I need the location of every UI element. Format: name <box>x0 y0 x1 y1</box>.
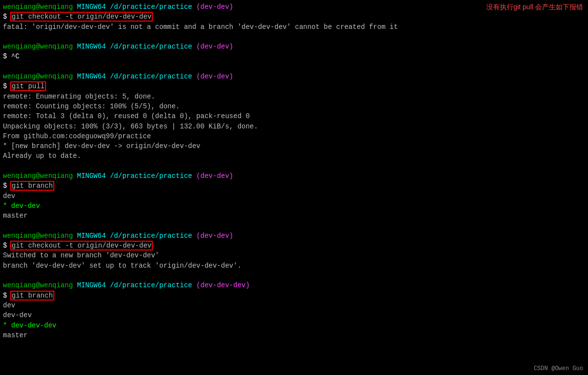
blank-4 <box>3 221 585 231</box>
output-unpacking: Unpacking objects: 100% (3/3), 663 bytes… <box>3 122 585 131</box>
footer: CSDN @Owen Guo <box>534 365 583 372</box>
terminal: wenqiang@wenqiang MINGW64 /d/practice/pr… <box>0 0 588 342</box>
output-remote-2: remote: Counting objects: 100% (5/5), do… <box>3 101 585 111</box>
branch2-master: master <box>3 330 585 340</box>
blank-3 <box>3 161 585 171</box>
prompt-line-5: wenqiang@wenqiang MINGW64 /d/practice/pr… <box>3 231 585 241</box>
cmd-line-1: $ git checkout -t origin/dev-dev-dev <box>3 12 585 22</box>
cmd-checkout-2: $ git checkout -t origin/dev-dev-dev <box>3 241 585 250</box>
prompt-mingw: MINGW64 <box>77 3 106 11</box>
blank-5 <box>3 271 585 280</box>
cmd-branch-2: git branch <box>11 292 53 300</box>
annotation-text: 没有执行git pull 会产生如下报错 <box>486 2 583 12</box>
output-remote-1: remote: Enumerating objects: 5, done. <box>3 92 585 101</box>
cmd-git-pull: $ git pull <box>3 81 585 91</box>
prompt-line-3: wenqiang@wenqiang MINGW64 /d/practice/pr… <box>3 72 585 81</box>
cmd-checkout-2-text: git checkout -t origin/dev-dev-dev <box>11 242 152 250</box>
cmd-git-branch-2: $ git branch <box>3 291 585 300</box>
branch2-dev-dev: dev-dev <box>3 310 585 320</box>
cmd-branch-1: git branch <box>11 182 53 190</box>
cmd-pull: git pull <box>11 82 45 90</box>
prompt-line-2: wenqiang@wenqiang MINGW64 /d/practice/pr… <box>3 42 585 51</box>
branch2-dev-dev-dev-current: * dev-dev-dev <box>3 321 585 330</box>
cmd-ctrlc: $ ^C <box>3 51 585 61</box>
output-from: From github.com:codeguowq99/practice <box>3 131 585 141</box>
branch2-dev: dev <box>3 300 585 310</box>
cmd-git-branch-1: $ git branch <box>3 181 585 191</box>
output-branch-track: branch 'dev-dev-dev' set up to track 'or… <box>3 261 585 271</box>
output-new-branch: * [new branch] dev-dev-dev -> origin/dev… <box>3 141 585 151</box>
output-up-to-date: Already up to date. <box>3 151 585 161</box>
branch-dev: dev <box>3 191 585 201</box>
blank-2 <box>3 62 585 72</box>
output-switched: Switched to a new branch 'dev-dev-dev' <box>3 250 585 260</box>
cmd-checkout-1: git checkout -t origin/dev-dev-dev <box>11 13 152 21</box>
prompt-line-4: wenqiang@wenqiang MINGW64 /d/practice/pr… <box>3 171 585 181</box>
output-remote-3: remote: Total 3 (delta 0), reused 0 (del… <box>3 111 585 121</box>
branch-dev-dev-current: * dev-dev <box>3 201 585 211</box>
prompt-user: wenqiang@wenqiang <box>3 3 73 11</box>
prompt-branch: (dev-dev) <box>196 3 234 11</box>
branch-master: master <box>3 211 585 221</box>
prompt-line-6: wenqiang@wenqiang MINGW64 /d/practice/pr… <box>3 280 585 290</box>
blank-1 <box>3 32 585 42</box>
output-fatal: fatal: 'origin/dev-dev-dev' is not a com… <box>3 22 585 32</box>
prompt-path: /d/practice/practice <box>110 3 192 11</box>
